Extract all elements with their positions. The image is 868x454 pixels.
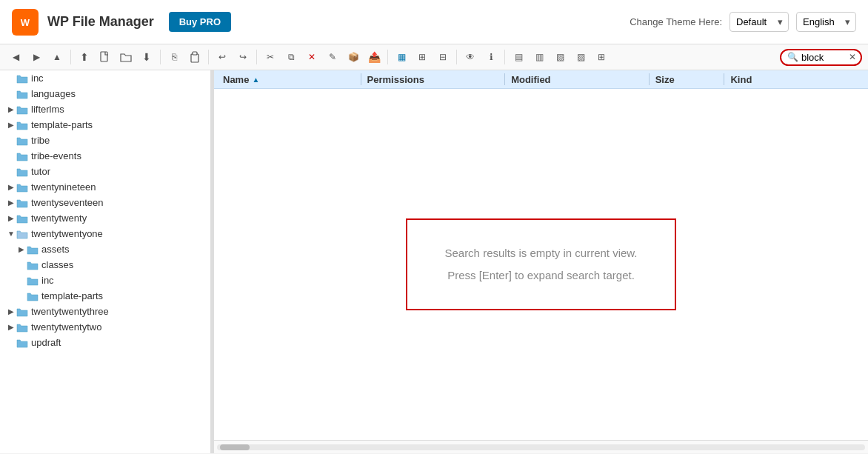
arrow-twentytwenty: ▶ <box>6 213 16 224</box>
svg-rect-4 <box>193 52 197 55</box>
folder-icon-tribe-events <box>16 151 28 161</box>
tree-item-tribe-events[interactable]: tribe-events <box>0 148 210 164</box>
tree-label: twentyseventeen <box>31 197 104 208</box>
copy-button[interactable]: ⎘ <box>164 47 184 67</box>
tree-item-assets[interactable]: ▶ assets <box>0 241 210 257</box>
undo-button[interactable]: ↩ <box>213 47 232 67</box>
compress-button[interactable]: 📦 <box>344 47 363 67</box>
folder-icon-tribe <box>16 136 28 146</box>
main-container: inc languages ▶ lifterlms ▶ template-par… <box>0 70 868 453</box>
tree-label: template-parts <box>41 290 103 301</box>
view-small-button[interactable]: ⊟ <box>433 47 453 67</box>
col-perms-label: Permissions <box>367 74 424 85</box>
col-modified-header: Modified <box>505 74 649 85</box>
arrow-assets: ▶ <box>16 244 27 255</box>
header-right: Change Theme Here: Default English <box>630 12 856 32</box>
arrow-tribe-events <box>6 151 16 161</box>
tree-item-twentynineteen[interactable]: ▶ twentynineteen <box>0 179 210 195</box>
tree-item-template-parts-child[interactable]: template-parts <box>0 288 210 304</box>
svg-rect-2 <box>101 52 107 61</box>
tree-item-inc-top[interactable]: inc <box>0 70 210 86</box>
search-icon: 🔍 <box>787 52 798 62</box>
arrow-tutor <box>6 167 16 177</box>
toolbar-sep-7 <box>504 50 505 64</box>
back-button[interactable]: ◀ <box>6 47 25 67</box>
folder-icon-template-parts <box>16 120 28 130</box>
tree-item-twentytwenty[interactable]: ▶ twentytwenty <box>0 210 210 226</box>
col-size-label: Size <box>655 74 675 85</box>
empty-state-container: Search results is empty in current view.… <box>214 89 868 440</box>
arrow-classes <box>16 260 27 270</box>
delete-button[interactable]: ✕ <box>302 47 321 67</box>
tree-label: lifterlms <box>31 104 64 115</box>
col-name-header: Name ▲ <box>214 74 361 85</box>
tree-item-template-parts[interactable]: ▶ template-parts <box>0 117 210 133</box>
tree-label: tutor <box>31 166 50 177</box>
folder-icon-languages <box>16 89 28 99</box>
tree-item-updraft[interactable]: updraft <box>0 335 210 350</box>
up-button[interactable]: ▲ <box>47 47 67 67</box>
preview-button[interactable]: 👁 <box>461 47 480 67</box>
extract-button[interactable]: 📤 <box>364 47 384 67</box>
view-large-button[interactable]: ▦ <box>392 47 411 67</box>
tree-item-twentytwentythree[interactable]: ▶ twentytwentythree <box>0 304 210 319</box>
empty-state-line1: Search results is empty in current view. <box>444 242 637 264</box>
buy-pro-button[interactable]: Buy PRO <box>169 12 231 32</box>
upload-button[interactable]: ⬆ <box>75 47 94 67</box>
grid5-button[interactable]: ⊞ <box>592 47 611 67</box>
view-medium-button[interactable]: ⊞ <box>413 47 432 67</box>
toolbar-sep-4 <box>256 50 257 64</box>
toolbar-sep-2 <box>160 50 161 64</box>
grid4-button[interactable]: ▨ <box>571 47 590 67</box>
grid1-button[interactable]: ▤ <box>509 47 528 67</box>
new-file-button[interactable] <box>96 47 115 67</box>
language-select[interactable]: English <box>796 12 856 32</box>
arrow-twentytwentytwo: ▶ <box>6 322 16 333</box>
folder-icon-twentytwentythree <box>16 307 28 317</box>
tree-item-twentytwentyone[interactable]: ▼ twentytwentyone <box>0 226 210 241</box>
arrow-updraft <box>6 338 16 348</box>
search-input[interactable] <box>801 52 846 63</box>
search-clear-button[interactable]: ✕ <box>849 53 856 61</box>
tree-label: assets <box>41 244 70 255</box>
cut-button[interactable]: ✂ <box>261 47 280 67</box>
tree-item-inc-child[interactable]: inc <box>0 273 210 288</box>
grid2-button[interactable]: ▥ <box>530 47 549 67</box>
folder-icon-inc-child <box>27 276 39 286</box>
arrow-languages <box>6 89 16 99</box>
search-box: 🔍 ✕ <box>780 49 862 66</box>
content-scrollbar <box>214 440 868 453</box>
forward-button[interactable]: ▶ <box>27 47 46 67</box>
tree-item-lifterlms[interactable]: ▶ lifterlms <box>0 101 210 117</box>
content-area: Name ▲ Permissions Modified Size Kind <box>214 70 868 453</box>
tree-item-tribe[interactable]: tribe <box>0 133 210 148</box>
arrow-inc-child <box>16 276 27 286</box>
empty-state-box: Search results is empty in current view.… <box>406 218 675 310</box>
folder-icon-updraft <box>16 338 28 348</box>
tree-item-twentytwentytwo[interactable]: ▶ twentytwentytwo <box>0 319 210 335</box>
copy2-button[interactable]: ⧉ <box>281 47 301 67</box>
redo-button[interactable]: ↪ <box>233 47 253 67</box>
paste-button[interactable] <box>185 47 204 67</box>
tree-label: updraft <box>31 337 61 348</box>
tree-item-classes[interactable]: classes <box>0 257 210 273</box>
col-perms-header: Permissions <box>361 74 505 85</box>
download-button[interactable]: ⬇ <box>137 47 156 67</box>
h-scroll-thumb[interactable] <box>220 444 250 450</box>
tree-item-tutor[interactable]: tutor <box>0 164 210 179</box>
folder-icon-inc-top <box>16 73 28 84</box>
toolbar-sep-6 <box>456 50 457 64</box>
info-button[interactable]: ℹ <box>481 47 501 67</box>
new-folder-button[interactable] <box>116 47 136 67</box>
rename-button[interactable]: ✎ <box>323 47 342 67</box>
theme-select-wrap: Default <box>730 12 789 32</box>
tree-item-languages[interactable]: languages <box>0 86 210 101</box>
app-title: WP File Manager <box>47 14 154 30</box>
theme-select[interactable]: Default <box>730 12 789 32</box>
tree-item-twentyseventeen[interactable]: ▶ twentyseventeen <box>0 195 210 210</box>
grid3-button[interactable]: ▧ <box>550 47 570 67</box>
h-scroll-track[interactable] <box>217 444 865 450</box>
col-size-header: Size <box>650 74 724 85</box>
arrow-twentynineteen: ▶ <box>6 182 16 193</box>
toolbar-sep-3 <box>208 50 209 64</box>
